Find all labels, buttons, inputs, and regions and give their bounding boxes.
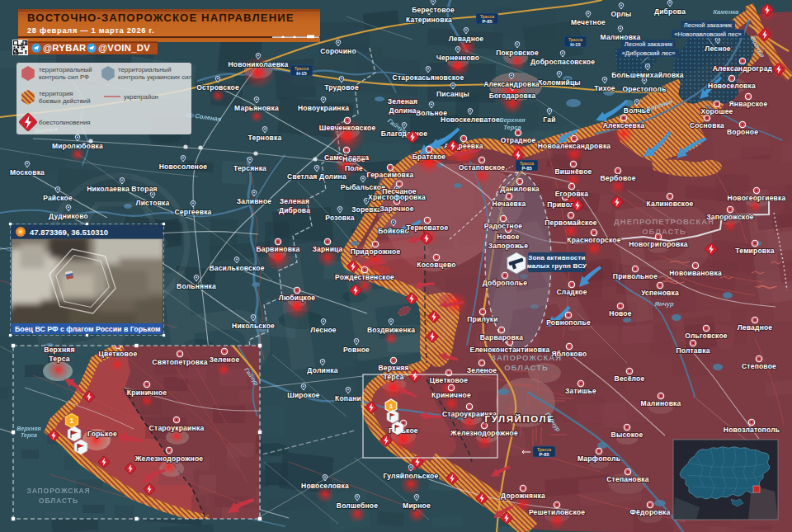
svg-text:ОБЛАСТЬ: ОБЛАСТЬ <box>504 363 549 372</box>
svg-text:Никольское: Никольское <box>232 322 275 330</box>
svg-text:Светлая Долина: Светлая Долина <box>287 172 346 181</box>
svg-text:Степановка: Степановка <box>606 475 648 483</box>
svg-text:Черненково: Черненково <box>436 54 480 62</box>
svg-text:Первомайское: Первомайское <box>544 219 597 227</box>
svg-text:Большемихайловка: Большемихайловка <box>611 71 684 79</box>
svg-text:боевых действий: боевых действий <box>39 97 91 105</box>
svg-text:Копани: Копани <box>335 394 361 403</box>
svg-text:Верхняя: Верхняя <box>16 426 40 432</box>
svg-text:Долина: Долина <box>389 106 417 115</box>
svg-text:Полтавка: Полтавка <box>676 346 710 355</box>
svg-text:Райское: Райское <box>43 194 73 202</box>
svg-text:Терсянка: Терсянка <box>233 164 266 172</box>
svg-text:47.873369, 36.510310: 47.873369, 36.510310 <box>30 228 108 237</box>
svg-text:Вороное: Вороное <box>727 128 758 136</box>
svg-text:Гай: Гай <box>543 115 555 124</box>
svg-text:Боец ВС РФ с флагом России в Г: Боец ВС РФ с флагом России в Горьком <box>15 325 161 333</box>
svg-text:Хорошее: Хорошее <box>700 107 733 115</box>
svg-text:Р-85: Р-85 <box>482 19 493 24</box>
svg-text:Малиновка: Малиновка <box>641 399 681 407</box>
svg-text:Зеленая: Зеленая <box>388 97 417 106</box>
svg-text:Диброва: Диброва <box>654 7 686 16</box>
svg-text:Лесное: Лесное <box>310 326 337 334</box>
svg-text:Отрадное: Отрадное <box>501 136 536 144</box>
svg-text:Розовка: Розовка <box>325 214 354 222</box>
svg-text:Марьяновка: Марьяновка <box>234 104 279 112</box>
svg-text:ВОСТОЧНО-ЗАПОРОЖСКОЕ НАПРАВЛЕН: ВОСТОЧНО-ЗАПОРОЖСКОЕ НАПРАВЛЕНИЕ <box>27 12 295 24</box>
svg-text:Старокасьяновское: Старокасьяновское <box>393 73 464 82</box>
svg-text:территориальный: территориальный <box>39 66 92 73</box>
svg-text:Придорожное: Придорожное <box>351 247 401 256</box>
svg-text:Верхняя: Верхняя <box>378 364 408 372</box>
svg-text:Новониколаевка: Новониколаевка <box>229 60 289 68</box>
svg-text:Долинка: Долинка <box>307 366 337 374</box>
svg-text:Коломийцы: Коломийцы <box>538 78 581 87</box>
svg-text:Новозлатополь: Новозлатополь <box>724 426 780 434</box>
svg-text:«Дибровский лес»: «Дибровский лес» <box>622 49 676 57</box>
svg-text:Новоселовка: Новоселовка <box>708 82 756 90</box>
svg-text:Р-85: Р-85 <box>521 166 532 171</box>
svg-text:Гуляйпольское: Гуляйпольское <box>384 472 439 480</box>
svg-text:Новоскелеватое: Новоскелеватое <box>441 115 500 124</box>
svg-text:Дорожнянка: Дорожнянка <box>501 492 545 500</box>
svg-text:Криничное: Криничное <box>127 388 167 397</box>
svg-text:укрепрайон: укрепрайон <box>124 93 158 101</box>
svg-text:Лесной заказник: Лесной заказник <box>684 21 733 29</box>
svg-text:Рождественское: Рождественское <box>335 273 394 281</box>
svg-text:Братское: Братское <box>412 153 446 161</box>
svg-text:Васильковское: Васильковское <box>209 264 264 272</box>
svg-text:Доброспасовское: Доброспасовское <box>530 58 595 66</box>
svg-text:Александроград: Александроград <box>713 64 773 73</box>
svg-text:Тихое: Тихое <box>594 84 615 92</box>
svg-text:@RYBAR: @RYBAR <box>43 43 87 53</box>
svg-text:Сорочино: Сорочино <box>320 47 356 55</box>
svg-text:Цветковое: Цветковое <box>430 376 468 384</box>
svg-text:Диброва: Диброва <box>279 206 310 214</box>
svg-text:Егоровка: Егоровка <box>555 190 589 198</box>
svg-text:Любицкое: Любицкое <box>279 294 316 302</box>
svg-text:Нечаевка: Нечаевка <box>493 200 526 208</box>
svg-text:Степовое: Степовое <box>742 362 776 370</box>
svg-text:Лесной заказник: Лесной заказник <box>625 40 673 48</box>
svg-text:Зеленое: Зеленое <box>467 366 497 374</box>
svg-text:Левадное: Левадное <box>449 35 484 43</box>
svg-text:Зона активности: Зона активности <box>528 254 586 261</box>
svg-text:Косовцево: Косовцево <box>417 261 455 269</box>
svg-text:Терса: Терса <box>503 124 521 131</box>
svg-text:Сладкое: Сладкое <box>556 288 587 296</box>
svg-text:Новоалександровка: Новоалександровка <box>538 142 611 150</box>
svg-text:Запорожье: Запорожье <box>488 242 529 250</box>
svg-text:Поле: Поле <box>345 164 363 172</box>
svg-text:Варваровка: Варваровка <box>480 333 524 341</box>
svg-text:Заливное: Заливное <box>237 197 272 205</box>
svg-text:1: 1 <box>389 403 394 410</box>
svg-text:Мечетное: Мечетное <box>571 18 606 26</box>
svg-text:Привольное: Привольное <box>613 272 658 280</box>
svg-text:Александровка: Александровка <box>483 80 540 88</box>
svg-text:Красногорское: Красногорское <box>567 236 620 244</box>
svg-text:Староукраинка: Староукраинка <box>149 424 205 432</box>
svg-text:ЗАПОРОЖСКАЯ: ЗАПОРОЖСКАЯ <box>491 353 562 362</box>
svg-text:Мирное: Мирное <box>403 501 431 510</box>
svg-text:Доброполье: Доброполье <box>483 279 528 287</box>
svg-text:Сергеевка: Сергеевка <box>174 208 211 216</box>
svg-text:Бойково: Бойково <box>378 227 409 235</box>
svg-text:Островское: Островское <box>196 83 239 92</box>
svg-text:Новоукраинка: Новоукраинка <box>298 104 349 112</box>
svg-text:Широкое: Широкое <box>287 391 320 399</box>
svg-text:Зарница: Зарница <box>312 245 342 253</box>
svg-text:@VOIN_DV: @VOIN_DV <box>98 43 150 53</box>
svg-text:Высокое: Высокое <box>611 431 644 439</box>
svg-text:Воздвиженка: Воздвиженка <box>367 326 415 334</box>
svg-text:территориальный: территориальный <box>118 66 172 73</box>
svg-text:боестолкновения: боестолкновения <box>39 119 91 126</box>
svg-text:Левадное: Левадное <box>738 323 773 332</box>
svg-text:Зеленое: Зеленое <box>210 355 240 364</box>
svg-text:Успеновка: Успеновка <box>641 289 679 297</box>
svg-text:Зоревка: Зоревка <box>351 205 381 214</box>
svg-text:1: 1 <box>70 417 74 425</box>
svg-text:Богодаровка: Богодаровка <box>489 92 536 100</box>
svg-text:Темировка: Темировка <box>735 247 774 255</box>
svg-text:Затишье: Затишье <box>565 387 596 395</box>
svg-text:Р-85: Р-85 <box>539 452 549 457</box>
